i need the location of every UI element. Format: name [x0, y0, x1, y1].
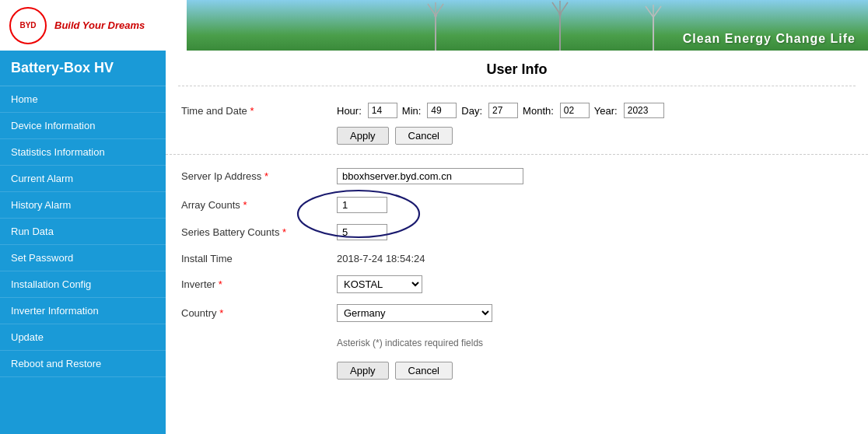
inverter-label: Inverter * [181, 278, 337, 290]
banner: Clean Energy Change Life [187, 0, 868, 51]
config-buttons: Apply Cancel [337, 362, 852, 380]
month-label: Month: [523, 105, 554, 117]
inverter-row: Inverter * KOSTAL SMA Fronius Huawei [181, 271, 852, 297]
sidebar-item-statistics-information[interactable]: Statistics Information [0, 139, 166, 166]
sidebar-item-home[interactable]: Home [0, 86, 166, 113]
sidebar-item-device-information[interactable]: Device Information [0, 113, 166, 139]
install-time-row: Install Time 2018-7-24 18:54:24 [181, 249, 852, 268]
series-battery-input[interactable] [337, 224, 387, 240]
day-input[interactable] [488, 103, 518, 118]
install-time-value: 2018-7-24 18:54:24 [337, 253, 425, 264]
country-label: Country * [181, 307, 337, 319]
apply-button-bottom[interactable]: Apply [337, 362, 389, 380]
sidebar-item-run-data[interactable]: Run Data [0, 219, 166, 245]
cancel-button-bottom[interactable]: Cancel [395, 362, 453, 380]
array-counts-label: Array Counts * [181, 199, 337, 211]
svg-line-11 [646, 6, 653, 17]
install-time-label: Install Time [181, 253, 337, 264]
min-label: Min: [402, 105, 422, 117]
sidebar-item-current-alarm[interactable]: Current Alarm [0, 166, 166, 192]
svg-line-8 [560, 2, 568, 14]
byd-logo: BYD [9, 7, 47, 44]
config-section: Server Ip Address * Array Counts * Serie… [166, 155, 868, 387]
svg-line-3 [436, 4, 443, 16]
svg-line-7 [552, 2, 560, 14]
sidebar-title: Battery-Box HV [0, 51, 166, 86]
sidebar: Battery-Box HV Home Device Information S… [0, 51, 166, 434]
svg-line-2 [428, 4, 436, 16]
hour-label: Hour: [337, 105, 362, 117]
content-area: User Info Time and Date * Hour: Min: Day… [166, 51, 868, 434]
inverter-select[interactable]: KOSTAL SMA Fronius Huawei [337, 275, 422, 293]
min-input[interactable] [427, 103, 457, 118]
asterisk-row: Asterisk (*) indicates required fields [181, 331, 852, 355]
day-label: Day: [461, 105, 482, 117]
brand-name: Build Your Dreams [54, 19, 145, 31]
month-input[interactable] [560, 103, 590, 118]
page-title: User Info [178, 51, 856, 86]
asterisk-note: Asterisk (*) indicates required fields [337, 334, 483, 352]
time-date-row: Time and Date * Hour: Min: Day: Month: Y… [181, 99, 852, 122]
sidebar-item-installation-config[interactable]: Installation Config [0, 271, 166, 298]
country-row: Country * Germany Austria Switzerland Fr… [181, 300, 852, 326]
server-ip-row: Server Ip Address * [181, 164, 852, 188]
apply-button-top[interactable]: Apply [337, 127, 389, 145]
hour-input[interactable] [368, 103, 397, 118]
time-date-inputs: Hour: Min: Day: Month: Year: [337, 103, 664, 118]
sidebar-item-history-alarm[interactable]: History Alarm [0, 192, 166, 219]
sidebar-item-inverter-information[interactable]: Inverter Information [0, 298, 166, 324]
series-battery-row: Series Battery Counts * [181, 220, 852, 244]
array-counts-input[interactable] [337, 197, 387, 213]
logo-area: BYD Build Your Dreams [0, 0, 187, 51]
series-battery-label: Series Battery Counts * [181, 226, 337, 238]
svg-line-12 [653, 6, 661, 17]
time-date-buttons: Apply Cancel [337, 127, 852, 145]
server-ip-input[interactable] [337, 168, 523, 184]
sidebar-item-update[interactable]: Update [0, 324, 166, 351]
array-counts-row: Array Counts * [181, 193, 852, 217]
server-ip-label: Server Ip Address * [181, 170, 337, 182]
year-label: Year: [594, 105, 618, 117]
time-date-label: Time and Date * [181, 105, 337, 117]
country-select[interactable]: Germany Austria Switzerland France Italy [337, 304, 492, 322]
year-input[interactable] [624, 103, 664, 118]
cancel-button-top[interactable]: Cancel [395, 127, 453, 145]
sidebar-item-set-password[interactable]: Set Password [0, 245, 166, 271]
sidebar-item-reboot-and-restore[interactable]: Reboot and Restore [0, 351, 166, 377]
time-date-section: Time and Date * Hour: Min: Day: Month: Y… [166, 86, 868, 155]
